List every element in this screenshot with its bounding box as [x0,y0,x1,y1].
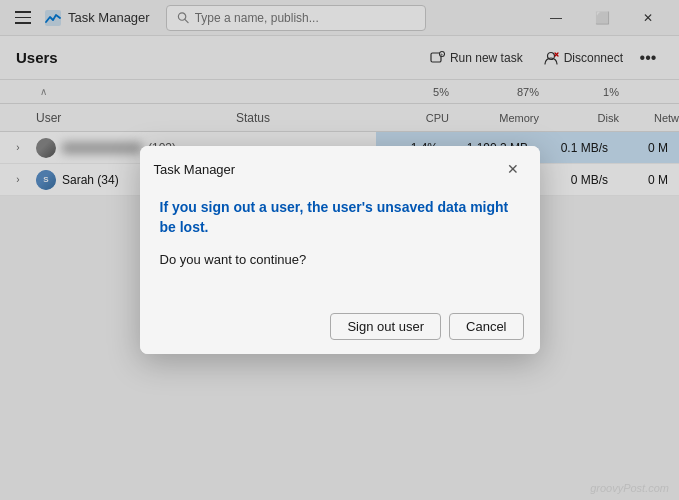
watermark: groovyPost.com [590,482,669,494]
dialog-body: If you sign out a user, the user's unsav… [140,190,540,302]
dialog-titlebar: Task Manager ✕ [140,146,540,190]
dialog-question-text: Do you want to continue? [160,252,520,267]
dialog-title: Task Manager [154,162,236,177]
dialog-footer: Sign out user Cancel [140,303,540,354]
cancel-button[interactable]: Cancel [449,313,523,340]
dialog-overlay: Task Manager ✕ If you sign out a user, t… [0,0,679,500]
confirm-dialog: Task Manager ✕ If you sign out a user, t… [140,146,540,353]
dialog-warning-text: If you sign out a user, the user's unsav… [160,198,520,237]
sign-out-user-button[interactable]: Sign out user [330,313,441,340]
dialog-close-button[interactable]: ✕ [500,156,526,182]
